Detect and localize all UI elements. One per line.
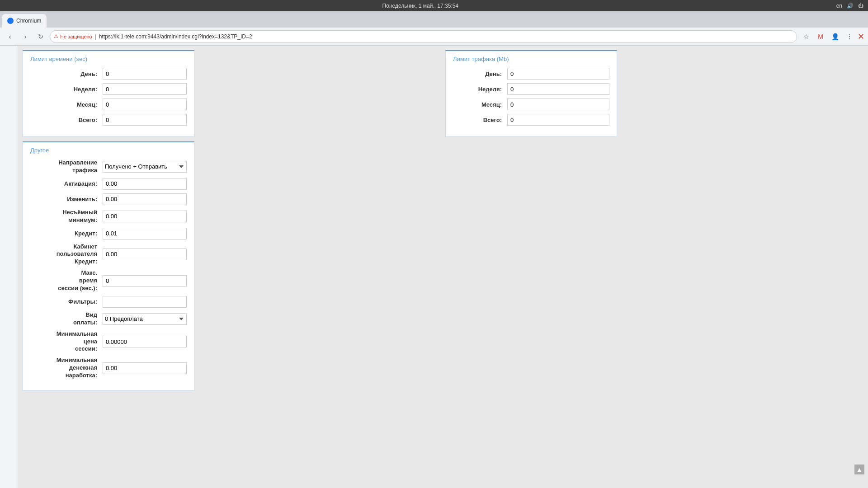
- time-week-label: Неделя:: [30, 86, 103, 93]
- traffic-month-input[interactable]: [507, 99, 609, 110]
- max-session-row: Макс.времясессии (sec.):: [30, 269, 187, 292]
- activation-label: Активация:: [30, 180, 103, 187]
- forward-button[interactable]: ›: [19, 30, 32, 43]
- credit-input[interactable]: [103, 228, 187, 239]
- time-week-row: Неделя:: [30, 83, 187, 95]
- credit-label: Кредит:: [30, 230, 103, 237]
- time-month-input[interactable]: [103, 99, 187, 110]
- traffic-week-row: Неделя:: [453, 83, 609, 95]
- browser-toolbar: ‹ › ↻ ⚠ Не защищено | https://lk.1-tele.…: [0, 28, 868, 46]
- user-credit-row: КабинетпользователяКредит:: [30, 243, 187, 266]
- min-money-label: Минимальнаяденежнаянаработка:: [30, 357, 103, 380]
- gmail-button[interactable]: M: [814, 30, 827, 43]
- more-button[interactable]: ⋮: [843, 30, 856, 43]
- fixed-min-row: Несъёмныйминимум:: [30, 209, 187, 224]
- activation-row: Активация:: [30, 178, 187, 190]
- time-total-label: Всего:: [30, 117, 103, 123]
- max-session-input[interactable]: [103, 275, 187, 287]
- min-money-row: Минимальнаяденежнаянаработка:: [30, 357, 187, 380]
- max-session-label: Макс.времясессии (sec.):: [30, 269, 103, 292]
- traffic-week-input[interactable]: [507, 83, 609, 95]
- min-session-price-input[interactable]: [103, 336, 187, 347]
- user-credit-label: КабинетпользователяКредит:: [30, 243, 103, 266]
- traffic-week-label: Неделя:: [453, 86, 507, 93]
- payment-type-select[interactable]: 0 Предоплата: [103, 313, 187, 325]
- traffic-total-label: Всего:: [453, 117, 507, 123]
- traffic-limit-panel: Лимит трафика (Mb) День: Неделя: Месяц: …: [445, 50, 617, 137]
- sidebar: [0, 46, 18, 488]
- time-day-label: День:: [30, 70, 103, 77]
- url-text: https://lk.1-tele.com:9443/admin/index.c…: [99, 33, 252, 40]
- time-month-row: Месяц:: [30, 99, 187, 110]
- user-credit-input[interactable]: [103, 249, 187, 260]
- time-day-input[interactable]: [103, 68, 187, 80]
- filters-row: Фильтры:: [30, 296, 187, 308]
- time-limit-title: Лимит времени (sec): [30, 56, 187, 62]
- close-icon: ✕: [858, 32, 864, 42]
- payment-type-label: Видоплаты:: [30, 311, 103, 327]
- traffic-total-input[interactable]: [507, 114, 609, 126]
- topbar-volume-icon: 🔊: [847, 3, 854, 9]
- topbar-right: en 🔊 ⏻: [836, 3, 863, 9]
- traffic-direction-label: Направлениетрафика: [30, 159, 103, 174]
- tab-favicon: [7, 18, 14, 24]
- scroll-up-button[interactable]: ▲: [854, 465, 864, 474]
- filters-label: Фильтры:: [30, 298, 103, 305]
- account-button[interactable]: 👤: [829, 30, 841, 43]
- other-panel: Другое Направлениетрафика Получено + Отп…: [23, 141, 194, 391]
- time-total-input[interactable]: [103, 114, 187, 126]
- main-content: Лимит времени (sec) День: Неделя: Месяц:…: [18, 46, 868, 488]
- credit-row: Кредит:: [30, 228, 187, 239]
- security-warning-icon: ⚠: [54, 33, 58, 39]
- system-topbar: Понедельник, 1 май., 17:35:54 en 🔊 ⏻: [0, 0, 868, 11]
- back-button[interactable]: ‹: [4, 30, 16, 43]
- traffic-day-row: День:: [453, 68, 609, 80]
- security-warning-text: Не защищено: [60, 34, 92, 39]
- traffic-month-row: Месяц:: [453, 99, 609, 110]
- traffic-total-row: Всего:: [453, 114, 609, 126]
- toolbar-right-icons: ☆ M 👤 ⋮ ✕: [800, 30, 864, 43]
- time-limit-panel: Лимит времени (sec) День: Неделя: Месяц:…: [23, 50, 194, 137]
- min-session-price-row: Минимальнаяценасессии:: [30, 330, 187, 353]
- browser-tabs-bar: Chromium: [0, 11, 868, 28]
- traffic-day-input[interactable]: [507, 68, 609, 80]
- change-input[interactable]: [103, 193, 187, 205]
- traffic-day-label: День:: [453, 70, 507, 77]
- time-total-row: Всего:: [30, 114, 187, 126]
- fixed-min-label: Несъёмныйминимум:: [30, 209, 103, 224]
- page-wrapper: Лимит времени (sec) День: Неделя: Месяц:…: [0, 46, 868, 488]
- traffic-month-label: Месяц:: [453, 101, 507, 108]
- change-row: Изменить:: [30, 193, 187, 205]
- active-tab[interactable]: Chromium: [2, 14, 47, 28]
- time-week-input[interactable]: [103, 83, 187, 95]
- fixed-min-input[interactable]: [103, 211, 187, 222]
- refresh-button[interactable]: ↻: [34, 30, 47, 43]
- traffic-direction-select[interactable]: Получено + Отправить: [103, 161, 187, 173]
- min-money-input[interactable]: [103, 362, 187, 374]
- change-label: Изменить:: [30, 196, 103, 202]
- filters-input[interactable]: [103, 296, 187, 308]
- traffic-limit-title: Лимит трафика (Mb): [453, 56, 609, 62]
- topbar-clock: Понедельник, 1 май., 17:35:54: [382, 3, 458, 9]
- topbar-lang: en: [836, 3, 842, 9]
- top-panels-row: Лимит времени (sec) День: Неделя: Месяц:…: [23, 50, 863, 141]
- activation-input[interactable]: [103, 178, 187, 190]
- time-month-label: Месяц:: [30, 101, 103, 108]
- other-title: Другое: [30, 147, 187, 154]
- time-day-row: День:: [30, 68, 187, 80]
- tab-label: Chromium: [16, 18, 41, 24]
- topbar-power-icon: ⏻: [858, 3, 863, 9]
- address-bar: ⚠ Не защищено | https://lk.1-tele.com:94…: [50, 30, 797, 43]
- min-session-price-label: Минимальнаяценасессии:: [30, 330, 103, 353]
- url-separator: |: [95, 33, 96, 40]
- bookmark-button[interactable]: ☆: [800, 30, 812, 43]
- payment-type-row: Видоплаты: 0 Предоплата: [30, 311, 187, 327]
- traffic-direction-row: Направлениетрафика Получено + Отправить: [30, 159, 187, 174]
